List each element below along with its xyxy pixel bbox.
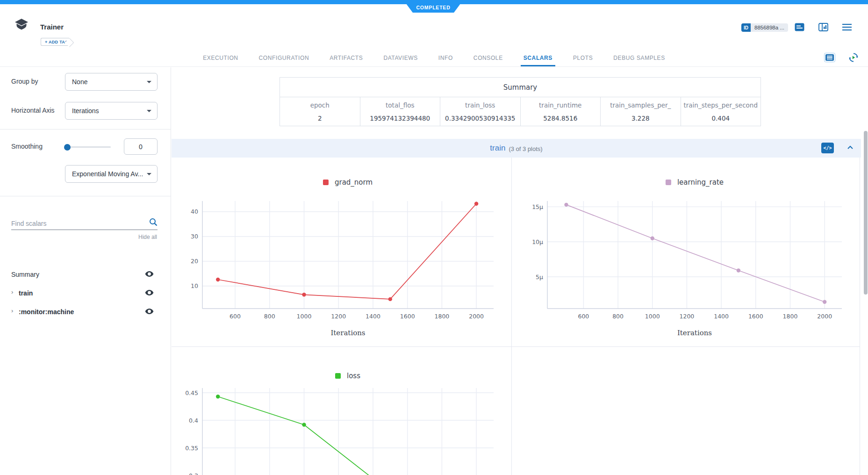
plots-grid: grad_norm 600800100012001400160018002000… [172,158,860,475]
tree-item-label: train [19,289,33,297]
id-value: 8856898a ... [751,23,788,32]
svg-text:30: 30 [191,233,198,240]
section-group-name[interactable]: train [490,144,505,153]
tab-execution[interactable]: EXECUTION [193,49,248,66]
divider [0,196,171,196]
search-input[interactable] [11,217,158,230]
svg-text:1600: 1600 [748,313,763,320]
section-plots-count: (3 of 3 plots) [509,144,542,152]
legend-label: learning_rate [677,178,724,187]
svg-text:600: 600 [230,313,241,320]
tree-item-summary[interactable]: Summary [0,266,171,284]
menu-icon[interactable] [842,23,852,33]
svg-text:Iterations: Iterations [677,329,712,337]
chevron-right-icon[interactable]: › [11,288,13,295]
summary-column: train_steps_per_second0.404 [681,97,761,126]
summary-column-value: 195974132394480 [360,113,440,126]
svg-text:600: 600 [578,313,589,320]
details-panel-icon[interactable] [818,23,828,33]
group-by-value: None [72,78,87,86]
summary-column-value: 2 [280,113,360,126]
summary-column-value: 3.228 [601,113,681,126]
hide-all-link[interactable]: Hide all [138,234,157,240]
svg-text:1800: 1800 [434,313,449,320]
table-view-icon[interactable] [824,53,835,64]
experiment-title: Trainer [40,23,64,31]
summary-column: total_flos195974132394480 [360,97,441,126]
grad-norm-chart[interactable]: grad_norm 600800100012001400160018002000… [172,158,512,347]
empty-grid-cell [512,347,860,475]
summary-column-header: train_loss [440,97,520,113]
summary-column-header: train_samples_per_ [601,97,681,113]
summary-column: train_samples_per_3.228 [601,97,681,126]
horizontal-axis-select[interactable]: Iterations [65,102,158,120]
slider-thumb[interactable] [64,144,71,151]
auto-refresh-icon[interactable] [848,52,859,65]
svg-text:40: 40 [191,208,198,215]
summary-column-value: 0.3342900530914335 [440,113,520,126]
tab-dataviews[interactable]: DATAVIEWS [373,49,428,66]
id-label: ID [741,23,751,32]
tab-console[interactable]: CONSOLE [463,49,513,66]
chevron-down-icon [147,110,151,112]
summary-table-columns: epoch2total_flos195974132394480train_los… [280,97,760,126]
eye-visibility-icon[interactable] [145,271,154,279]
summary-column-header: train_runtime [521,97,601,113]
svg-text:800: 800 [264,313,275,320]
svg-text:20: 20 [191,258,198,265]
summary-column-header: epoch [280,97,360,113]
scalars-sidebar: Group by None Horizontal Axis Iterations… [0,67,171,475]
group-by-select[interactable]: None [65,73,158,91]
svg-text:Iterations: Iterations [330,329,365,337]
divider [0,129,171,130]
svg-text:5µ: 5µ [536,273,543,281]
svg-text:1400: 1400 [714,313,729,320]
learning-rate-chart[interactable]: learning_rate 60080010001200140016001800… [512,158,860,347]
summary-table: Summary epoch2total_flos195974132394480t… [280,77,761,126]
summary-column-header: train_steps_per_second [681,97,761,113]
tree-item-monitormachine[interactable]: ›:monitor:machine [0,303,171,322]
legend-label: grad_norm [335,178,373,187]
summary-column: train_loss0.3342900530914335 [440,97,521,126]
tab-configuration[interactable]: CONFIGURATION [249,49,320,66]
tab-plots[interactable]: PLOTS [563,49,603,66]
scalars-main: Summary epoch2total_flos195974132394480t… [172,67,868,475]
tab-debug-samples[interactable]: DEBUG SAMPLES [603,49,675,66]
chevron-right-icon[interactable]: › [11,307,13,314]
svg-text:800: 800 [612,313,624,320]
eye-visibility-icon[interactable] [145,289,154,298]
loss-chart[interactable]: loss 6008001000120014001600180020000.30.… [172,347,512,475]
tab-info[interactable]: INFO [428,49,463,66]
svg-text:15µ: 15µ [532,203,543,210]
smoothing-slider[interactable] [65,146,111,148]
tree-item-label: Summary [11,271,39,278]
tree-item-train[interactable]: ›train [0,284,171,303]
search-icon[interactable] [149,218,158,228]
experiment-tabs: EXECUTIONCONFIGURATIONARTIFACTSDATAVIEWS… [0,49,868,67]
horizontal-axis-value: Iterations [72,107,99,115]
collapse-section-icon[interactable] [847,144,854,151]
clearml-experiment-page: COMPLETED Trainer + ADD TAG ID 8856898a … [0,0,868,475]
train-section-header: train (3 of 3 plots) </> [172,139,861,158]
summary-column: epoch2 [280,97,360,126]
svg-text:2000: 2000 [469,313,484,320]
svg-text:1000: 1000 [645,313,660,320]
chevron-down-icon [147,173,151,175]
eye-visibility-icon[interactable] [145,308,154,317]
chevron-down-icon [147,81,151,83]
svg-text:1200: 1200 [679,313,694,320]
smoothing-method-select[interactable]: Exponential Moving Av... [65,165,158,183]
summary-table-title: Summary [280,78,760,97]
comments-icon[interactable] [795,23,804,33]
smoothing-value-input[interactable]: 0 [124,138,158,155]
summary-column-header: total_flos [360,97,440,113]
tab-artifacts[interactable]: ARTIFACTS [319,49,373,66]
embed-code-icon[interactable]: </> [821,143,834,153]
tab-scalars[interactable]: SCALARS [513,49,563,66]
vertical-scrollbar[interactable] [864,131,868,295]
legend-swatch [335,373,341,379]
experiment-id-badge[interactable]: ID 8856898a ... [741,23,788,32]
legend-swatch [323,180,329,185]
svg-text:2000: 2000 [817,313,832,320]
add-tag-button[interactable]: + ADD TAG [41,38,69,46]
